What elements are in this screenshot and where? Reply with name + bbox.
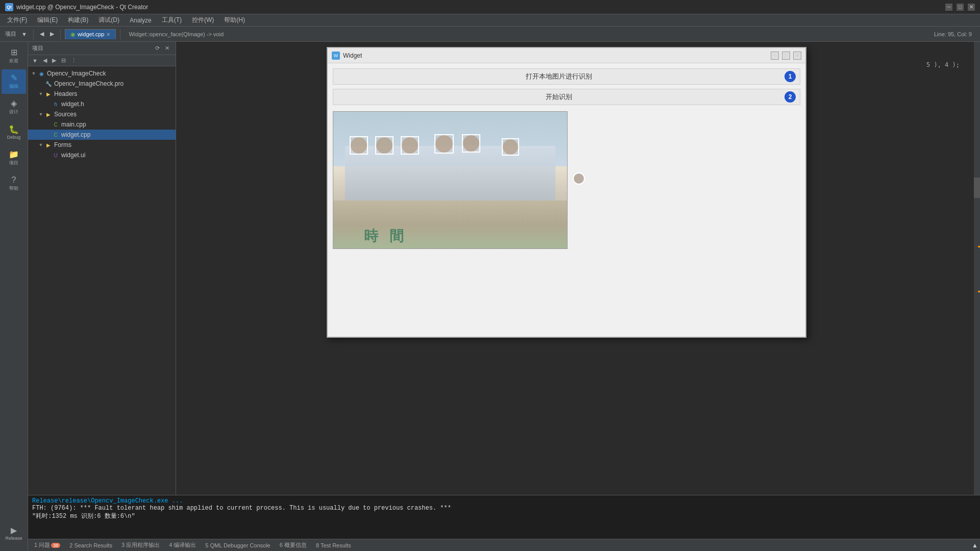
panel-filter-btn[interactable]: ▼ [30, 56, 40, 65]
panel-title: 项目 [32, 44, 43, 52]
panel-nav-back[interactable]: ◀ [41, 56, 49, 65]
menu-file[interactable]: 文件(F) [2, 15, 32, 26]
qt-image-area: 時 間 [333, 111, 800, 249]
header-file-icon: h [52, 100, 60, 108]
output-line-3: "耗时:1352 ms 识别:6 数量:6\n" [32, 512, 976, 520]
app-icon: Qt [5, 3, 13, 11]
editor-scrollbar[interactable] [974, 42, 980, 495]
btab-issues[interactable]: 1 问题38 [30, 540, 64, 550]
qt-btn1-badge-text: 1 [789, 73, 792, 80]
menu-tools[interactable]: 工具(T) [157, 15, 187, 26]
output-line-2: FTH: (9764): *** Fault tolerant heap shi… [32, 505, 976, 512]
panel-more-btn[interactable]: ⋮ [69, 56, 79, 65]
qt-close-btn[interactable]: ✕ [793, 52, 801, 60]
edit-icon: ✎ [11, 74, 17, 82]
editor-scroll-thumb[interactable] [974, 178, 980, 198]
toolbar-forward-btn[interactable]: ▶ [48, 30, 56, 38]
menu-controls[interactable]: 控件(W) [187, 15, 219, 26]
btab-qml[interactable]: 5 QML Debugger Console [201, 541, 274, 549]
issues-badge: 38 [51, 543, 60, 548]
panel-nav-forward[interactable]: ▶ [50, 56, 58, 65]
panel-collapse-btn[interactable]: ⊟ [59, 56, 68, 65]
tree-item-forms[interactable]: ▼ ▶ Forms [28, 140, 176, 150]
toolbar-project-section: 项目 ▼ [3, 30, 29, 38]
tree-item-root[interactable]: ▼ ◉ Opencv_ImageCheck [28, 68, 176, 79]
tree-label-root: Opencv_ImageCheck [47, 70, 106, 77]
tree-item-sources[interactable]: ▼ ▶ Sources [28, 109, 176, 119]
qt-dialog-titlebar: W Widget ─ □ ✕ [328, 48, 805, 63]
toolbar-project-label: 项目 [3, 30, 18, 38]
sidebar-btn-project[interactable]: 📁 项目 [2, 146, 26, 170]
menu-build[interactable]: 构建(B) [63, 15, 93, 26]
sidebar-label-welcome: 欢迎 [9, 58, 18, 64]
btab-compile[interactable]: 4 编译输出 [165, 540, 200, 550]
tree-item-widget-h[interactable]: h widget.h [28, 99, 176, 109]
menu-debug[interactable]: 调试(D) [93, 15, 125, 26]
tree-label-sources: Sources [54, 111, 77, 118]
qt-btn2-row[interactable]: 开始识别 2 [333, 89, 800, 105]
window-title: widget.cpp @ Opencv_ImageCheck - Qt Crea… [16, 4, 148, 11]
qt-photo: 時 間 [333, 111, 568, 249]
sidebar-btn-help[interactable]: ? 帮助 [2, 171, 26, 196]
qt-minimize-btn[interactable]: ─ [771, 52, 779, 60]
editor-code-visible: 5 ), 4 ); [926, 61, 960, 68]
minimize-button[interactable]: ─ [945, 4, 952, 11]
expand-arrow-headers: ▼ [37, 91, 44, 96]
tree-label-forms: Forms [54, 141, 71, 148]
title-bar-left: Qt widget.cpp @ Opencv_ImageCheck - Qt C… [5, 3, 148, 11]
toolbar-dropdown-btn[interactable]: ▼ [19, 30, 29, 38]
btab-test[interactable]: 8 Test Results [312, 541, 355, 549]
breadcrumb: Widget::opencv_face(QImage) -> void [125, 31, 228, 37]
sidebar-btn-edit[interactable]: ✎ 编辑 [2, 69, 26, 94]
menu-analyze[interactable]: Analyze [125, 16, 157, 25]
close-button[interactable]: ✕ [968, 4, 975, 11]
maximize-button[interactable]: □ [957, 4, 964, 11]
sidebar-label-design: 设计 [9, 109, 18, 115]
line-col-info: Line: 95, Col: 9 [934, 31, 977, 37]
menu-edit[interactable]: 编辑(E) [32, 15, 63, 26]
help-icon: ? [12, 176, 16, 184]
sidebar-label-help: 帮助 [9, 185, 18, 192]
title-bar-controls[interactable]: ─ □ ✕ [945, 4, 975, 11]
design-icon: ◈ [11, 99, 17, 108]
btab-search[interactable]: 2 Search Results [65, 541, 116, 549]
file-tab-close[interactable]: ✕ [106, 32, 110, 37]
tree-item-widget-cpp[interactable]: C widget.cpp [28, 130, 176, 140]
btab-issues-label: 1 问题 [34, 542, 50, 548]
sidebar-btn-welcome[interactable]: ⊞ 欢迎 [2, 44, 26, 68]
sidebar-btn-debug[interactable]: 🐛 Debug [2, 120, 26, 145]
bottom-tabs: 1 问题38 2 Search Results 3 应用程序输出 4 编译输出 … [28, 539, 980, 551]
qt-btn1-row[interactable]: 打开本地图片进行识别 1 [333, 68, 800, 85]
file-tab-name: widget.cpp [78, 31, 105, 37]
sidebar-btn-release[interactable]: ▶ Release [2, 521, 26, 546]
panel-sync-btn[interactable]: ⟳ [153, 44, 162, 53]
toolbar-back-btn[interactable]: ◀ [38, 30, 46, 38]
btab-appout[interactable]: 3 应用程序输出 [117, 540, 164, 550]
tree-label-main-cpp: main.cpp [61, 121, 86, 128]
tree-area: ▼ ◉ Opencv_ImageCheck 🔧 Opencv_ImageChec… [28, 66, 176, 495]
panel-close-btn[interactable]: ✕ [163, 44, 172, 53]
expand-arrow-forms: ▼ [37, 142, 44, 147]
sidebar-btn-design[interactable]: ◈ 设计 [2, 95, 26, 119]
panel-toolbar: ▼ ◀ ▶ ⊟ ⋮ [28, 55, 176, 66]
menu-help[interactable]: 帮助(H) [219, 15, 250, 26]
toolbar-separator-3 [120, 29, 120, 39]
btab-expand[interactable]: ▲ [972, 542, 978, 549]
editor-area: 5 ), 4 ); W Widget ─ □ ✕ [176, 42, 980, 495]
qt-dialog-title: Widget [343, 52, 768, 59]
folder-icon-forms: ▶ [44, 141, 53, 149]
tree-label-widget-ui: widget.ui [61, 152, 85, 159]
file-tab-widget-cpp[interactable]: ◉ widget.cpp ✕ [65, 29, 116, 39]
tree-item-widget-ui[interactable]: U widget.ui [28, 150, 176, 160]
tree-label-headers: Headers [54, 90, 77, 97]
project-icon-root: ◉ [37, 69, 45, 78]
btab-overview[interactable]: 6 概要信息 [276, 540, 311, 550]
tree-item-pro[interactable]: 🔧 Opencv_ImageCheck.pro [28, 79, 176, 89]
tree-label-widget-cpp: widget.cpp [61, 131, 90, 138]
tree-item-headers[interactable]: ▼ ▶ Headers [28, 89, 176, 99]
project-icon: 📁 [9, 151, 19, 159]
qt-maximize-btn[interactable]: □ [782, 52, 790, 60]
tree-item-main-cpp[interactable]: C main.cpp [28, 119, 176, 130]
expand-arrow-sources: ▼ [37, 112, 44, 117]
scroll-marker-2 [978, 291, 980, 292]
